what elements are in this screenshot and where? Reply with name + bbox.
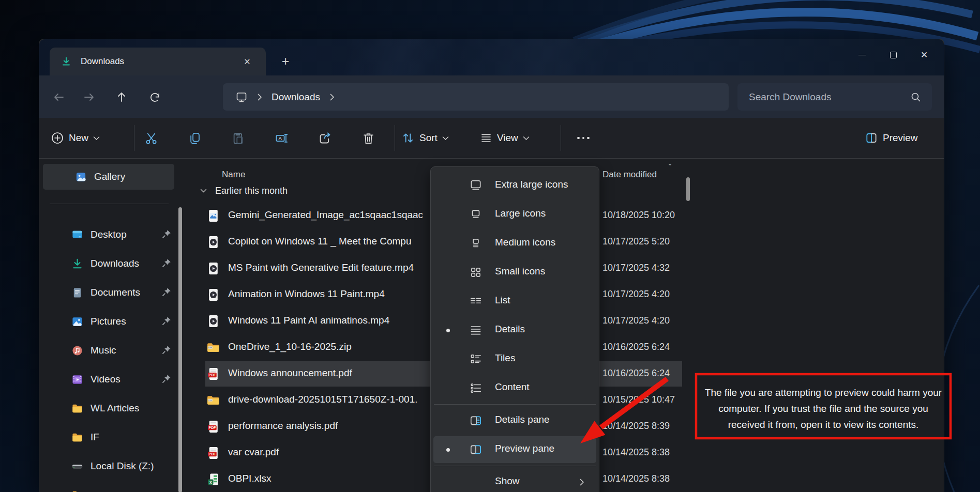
- menu-item-list[interactable]: List: [431, 287, 599, 316]
- new-button[interactable]: New: [51, 125, 100, 151]
- sidebar-item-documents[interactable]: Documents: [39, 278, 179, 307]
- menu-item-large-icons[interactable]: Large icons: [431, 200, 599, 229]
- pin-icon: [161, 345, 172, 355]
- plus-circle-icon: [51, 131, 64, 145]
- tab-downloads[interactable]: Downloads ✕: [50, 48, 266, 75]
- sidebar-item-desktop[interactable]: Desktop: [39, 220, 179, 249]
- small-icons-icon: [469, 266, 483, 279]
- menu-item-content[interactable]: Content: [431, 374, 599, 403]
- menu-separator: [434, 404, 596, 405]
- desktop: { "titlebar": { "tab_title": "Downloads"…: [0, 0, 980, 492]
- svg-text:PDF: PDF: [209, 426, 216, 429]
- titlebar: Downloads ✕ + ✕: [39, 39, 944, 75]
- video-file-icon: [206, 314, 220, 328]
- chevron-down-icon: [523, 136, 530, 141]
- sidebar-item-partial[interactable]: [39, 481, 179, 492]
- share-icon: [318, 131, 332, 145]
- pin-icon: [161, 316, 172, 326]
- music-icon: [71, 345, 83, 357]
- content-icon: [469, 381, 483, 395]
- share-button[interactable]: [313, 125, 336, 151]
- pdf-file-icon: PDF: [206, 367, 220, 381]
- new-tab-button[interactable]: +: [276, 52, 295, 70]
- refresh-button[interactable]: [144, 88, 165, 106]
- minimize-button[interactable]: [847, 44, 878, 65]
- paste-button[interactable]: [227, 125, 249, 151]
- file-list-scrollbar[interactable]: [686, 177, 690, 201]
- view-button[interactable]: View: [480, 125, 530, 151]
- pdf-file-icon: PDF: [206, 420, 220, 434]
- search-box[interactable]: [737, 83, 932, 111]
- menu-item-details-pane[interactable]: Details pane: [431, 406, 599, 435]
- menu-item-extra-large-icons[interactable]: Extra large icons: [431, 171, 599, 200]
- list-icon: [469, 295, 483, 308]
- search-icon: [910, 91, 922, 103]
- sort-direction-icon[interactable]: ⌄: [668, 160, 672, 167]
- forward-icon: [83, 91, 95, 103]
- minimize-icon: [858, 55, 866, 55]
- zip-file-icon: [206, 393, 220, 407]
- rename-button[interactable]: A: [270, 125, 293, 151]
- sidebar-item-local-disk-z[interactable]: Local Disk (Z:): [39, 452, 179, 481]
- new-label: New: [69, 132, 88, 144]
- video-file-icon: [206, 235, 220, 249]
- paste-icon: [231, 131, 245, 145]
- sidebar-item-gallery[interactable]: Gallery: [43, 164, 174, 190]
- download-icon: [61, 56, 71, 67]
- copy-icon: [188, 131, 202, 145]
- pictures-icon: [71, 316, 83, 328]
- column-header-date-modified[interactable]: Date modified: [602, 170, 657, 180]
- documents-icon: [71, 287, 83, 299]
- cut-button[interactable]: [140, 125, 162, 151]
- sidebar-item-pictures[interactable]: Pictures: [39, 307, 179, 336]
- back-button[interactable]: [49, 88, 69, 106]
- menu-item-preview-pane[interactable]: Preview pane: [431, 435, 599, 464]
- sidebar-divider: [50, 204, 169, 204]
- menu-item-medium-icons[interactable]: Medium icons: [431, 229, 599, 258]
- sort-button[interactable]: Sort: [401, 125, 449, 151]
- preview-label: Preview: [883, 132, 918, 144]
- preview-toggle-button[interactable]: Preview: [865, 125, 923, 151]
- sidebar-scrollbar[interactable]: [178, 207, 182, 492]
- breadcrumb-item-downloads[interactable]: Downloads: [272, 91, 320, 103]
- menu-item-tiles[interactable]: Tiles: [431, 345, 599, 374]
- svg-text:PDF: PDF: [209, 452, 216, 456]
- copy-button[interactable]: [183, 125, 206, 151]
- search-input[interactable]: [737, 91, 910, 103]
- menu-item-small-icons[interactable]: Small icons: [431, 258, 599, 287]
- breadcrumb[interactable]: Downloads: [223, 83, 729, 111]
- menu-item-show[interactable]: Show: [431, 468, 599, 492]
- more-button[interactable]: [572, 125, 595, 151]
- sidebar-item-label: Gallery: [94, 171, 125, 182]
- close-button[interactable]: ✕: [909, 44, 940, 65]
- desktop-icon: [71, 229, 83, 241]
- menu-item-details[interactable]: Details: [431, 316, 599, 345]
- forward-button[interactable]: [79, 88, 99, 106]
- sort-icon: [401, 131, 415, 145]
- maximize-button[interactable]: [878, 44, 909, 65]
- delete-button[interactable]: [357, 125, 380, 151]
- sidebar-item-music[interactable]: Music: [39, 336, 179, 365]
- gallery-icon: [75, 171, 87, 183]
- column-header-name[interactable]: Name: [222, 170, 245, 180]
- videos-icon: [71, 374, 83, 386]
- refresh-icon: [149, 91, 161, 103]
- sidebar-item-if[interactable]: IF: [39, 423, 179, 452]
- drive-icon: [71, 460, 83, 472]
- cut-icon: [144, 131, 158, 145]
- sidebar-item-wl-articles[interactable]: WL Articles: [39, 394, 179, 423]
- selected-bullet: [446, 329, 450, 332]
- tab-close-icon[interactable]: ✕: [241, 55, 253, 68]
- group-header[interactable]: Earlier this month: [200, 186, 288, 196]
- selected-bullet: [446, 448, 450, 452]
- medium-icons-icon: [469, 237, 483, 250]
- downloads-icon: [71, 258, 83, 270]
- close-icon: ✕: [921, 50, 928, 60]
- this-pc-icon: [235, 91, 248, 103]
- pin-icon: [161, 229, 172, 239]
- back-icon: [53, 91, 65, 103]
- up-button[interactable]: [111, 88, 132, 106]
- sidebar-item-downloads[interactable]: Downloads: [39, 249, 179, 278]
- tab-title: Downloads: [81, 56, 124, 67]
- sidebar-item-videos[interactable]: Videos: [39, 365, 179, 394]
